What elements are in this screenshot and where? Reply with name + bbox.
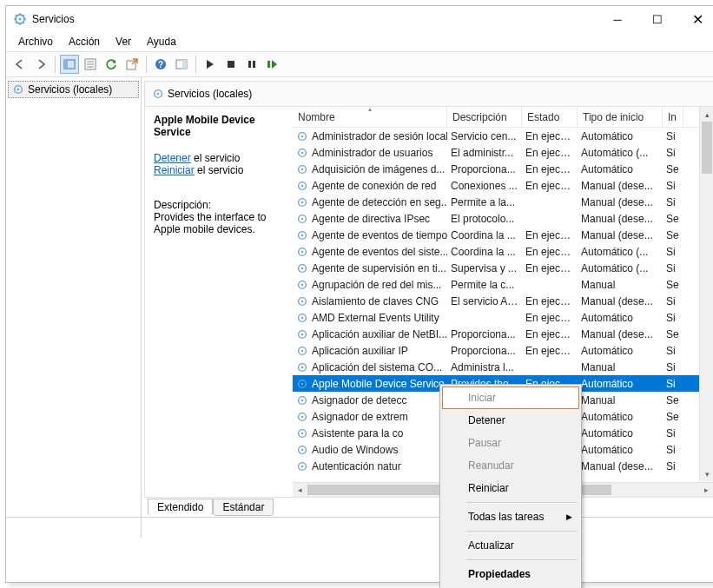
scroll-down-icon[interactable]: ▾ bbox=[700, 466, 713, 481]
table-row[interactable]: Administrador de sesión localServicio ce… bbox=[293, 128, 713, 144]
help-button[interactable]: ? bbox=[151, 55, 170, 74]
ctx-start[interactable]: Iniciar bbox=[442, 386, 579, 409]
stop-service-button[interactable] bbox=[221, 55, 241, 74]
table-row[interactable]: Agente de directiva IPsecEl protocolo...… bbox=[293, 210, 713, 227]
restart-service-link[interactable]: Reiniciar bbox=[154, 164, 195, 176]
svc-desc: Permite a la... bbox=[447, 196, 522, 208]
col-description[interactable]: Descripción bbox=[447, 107, 522, 127]
svc-state: En ejecu... bbox=[522, 246, 578, 258]
forward-button[interactable] bbox=[31, 55, 50, 74]
refresh-button[interactable] bbox=[102, 55, 121, 74]
ctx-all-tasks[interactable]: Todas las tareas▶ bbox=[442, 505, 579, 528]
table-row[interactable]: Aislamiento de claves CNGEl servicio Ai.… bbox=[293, 293, 713, 309]
svc-name: Adquisición de imágenes d... bbox=[312, 163, 445, 175]
table-row[interactable]: Aplicación auxiliar de NetBI...Proporcio… bbox=[293, 326, 713, 342]
svc-start: Manual (dese... bbox=[578, 213, 663, 225]
svc-name: Agente de directiva IPsec bbox=[312, 213, 430, 225]
svc-start: Manual (dese... bbox=[578, 229, 663, 241]
svc-logon: Si bbox=[663, 180, 683, 192]
tab-extended[interactable]: Extendido bbox=[148, 499, 213, 516]
vertical-scrollbar[interactable]: ▴ ▾ bbox=[699, 107, 713, 481]
table-row[interactable]: Aplicación del sistema CO...Administra l… bbox=[293, 359, 713, 375]
svc-state: En ejecu... bbox=[522, 262, 578, 274]
svc-desc: El servicio Ai... bbox=[447, 295, 522, 307]
svc-logon: Si bbox=[663, 312, 683, 324]
table-row[interactable]: Adquisición de imágenes d...Proporciona.… bbox=[293, 161, 713, 177]
scroll-up-icon[interactable]: ▴ bbox=[700, 107, 713, 122]
scroll-right-icon[interactable]: ▸ bbox=[699, 483, 713, 497]
col-name[interactable]: Nombre▴ bbox=[293, 107, 447, 127]
svg-point-66 bbox=[301, 432, 303, 433]
svc-name: Agente de eventos de tiempo bbox=[312, 229, 447, 241]
start-service-button[interactable] bbox=[201, 55, 220, 74]
ctx-pause[interactable]: Pausar bbox=[442, 432, 579, 454]
svg-point-28 bbox=[157, 93, 159, 95]
svc-logon: Si bbox=[663, 427, 683, 439]
svg-point-54 bbox=[301, 333, 303, 334]
svc-logon: Se bbox=[663, 328, 683, 340]
table-row[interactable]: Agente de supervisión en ti...Supervisa … bbox=[293, 260, 713, 276]
detail-restart-line: Reiniciar el servicio bbox=[154, 164, 284, 176]
export-button[interactable] bbox=[122, 55, 142, 74]
stop-service-link[interactable]: Detener bbox=[154, 152, 191, 164]
svc-start: Manual bbox=[578, 394, 663, 406]
svg-point-52 bbox=[301, 316, 303, 318]
maximize-button[interactable]: ☐ bbox=[637, 6, 677, 32]
panel-header-label: Servicios (locales) bbox=[168, 88, 252, 100]
ctx-stop[interactable]: Detener bbox=[442, 409, 579, 432]
scroll-left-icon[interactable]: ◂ bbox=[293, 483, 307, 497]
gear-icon bbox=[296, 328, 308, 340]
menu-help[interactable]: Ayuda bbox=[140, 34, 183, 50]
svc-name: Agente de detección en seg... bbox=[312, 196, 447, 208]
show-hide-tree-button[interactable] bbox=[60, 55, 79, 74]
restart-service-button[interactable] bbox=[263, 55, 282, 74]
back-button[interactable] bbox=[10, 55, 30, 74]
svg-point-42 bbox=[301, 234, 303, 235]
svg-point-36 bbox=[301, 184, 303, 186]
status-cell bbox=[142, 518, 713, 538]
gear-icon bbox=[296, 196, 308, 208]
gear-icon bbox=[296, 444, 308, 456]
table-row[interactable]: Aplicación auxiliar IPProporciona...En e… bbox=[293, 342, 713, 359]
table-row[interactable]: Administrador de usuariosEl administr...… bbox=[293, 144, 713, 161]
ctx-restart[interactable]: Reiniciar bbox=[442, 477, 579, 499]
table-row[interactable]: Agrupación de red del mis...Permite la c… bbox=[293, 276, 713, 293]
svc-desc: El protocolo... bbox=[447, 213, 522, 225]
col-logon[interactable]: In bbox=[663, 107, 683, 127]
table-row[interactable]: AMD External Events UtilityEn ejecu...Au… bbox=[293, 309, 713, 326]
menu-action[interactable]: Acción bbox=[62, 34, 107, 50]
col-start-type[interactable]: Tipo de inicio bbox=[578, 107, 663, 127]
table-row[interactable]: Agente de eventos del siste...Coordina l… bbox=[293, 243, 713, 260]
svc-state: En ejecu... bbox=[522, 130, 578, 142]
pause-service-button[interactable] bbox=[242, 55, 261, 74]
table-row[interactable]: Agente de eventos de tiempoCoordina la .… bbox=[293, 227, 713, 243]
tree-pane: Servicios (locales) bbox=[6, 77, 142, 517]
scroll-thumb[interactable] bbox=[702, 122, 712, 174]
ctx-properties[interactable]: Propiedades bbox=[442, 563, 579, 585]
svc-logon: Se bbox=[663, 411, 683, 423]
tree-item-services-local[interactable]: Servicios (locales) bbox=[8, 81, 139, 98]
svc-start: Manual (dese... bbox=[578, 295, 663, 307]
svc-name: AMD External Events Utility bbox=[312, 312, 439, 324]
tab-strip: Extendido Estándar bbox=[144, 498, 713, 517]
show-hide-action-button[interactable] bbox=[172, 55, 191, 74]
svc-desc: Conexiones ... bbox=[447, 180, 522, 192]
table-row[interactable]: Agente de detección en seg...Permite a l… bbox=[293, 194, 713, 210]
minimize-button[interactable]: ─ bbox=[597, 6, 637, 32]
description-text: Provides the interface to Apple mobile d… bbox=[154, 211, 284, 235]
tab-standard[interactable]: Estándar bbox=[213, 499, 274, 516]
menu-view[interactable]: Ver bbox=[109, 34, 138, 50]
ctx-refresh[interactable]: Actualizar bbox=[442, 534, 579, 557]
scroll-track[interactable] bbox=[700, 122, 713, 466]
gear-icon bbox=[12, 83, 24, 96]
svc-desc: Permite la c... bbox=[447, 279, 522, 291]
ctx-resume[interactable]: Reanudar bbox=[442, 454, 579, 477]
col-state[interactable]: Estado bbox=[522, 107, 578, 127]
close-button[interactable]: ✕ bbox=[677, 6, 713, 32]
table-row[interactable]: Agente de conexión de redConexiones ...E… bbox=[293, 177, 713, 194]
svc-logon: Se bbox=[663, 213, 683, 225]
app-icon bbox=[13, 12, 27, 26]
description-label: Descripción: bbox=[154, 199, 284, 211]
properties-button[interactable] bbox=[81, 55, 100, 74]
menu-file[interactable]: Archivo bbox=[11, 34, 60, 50]
